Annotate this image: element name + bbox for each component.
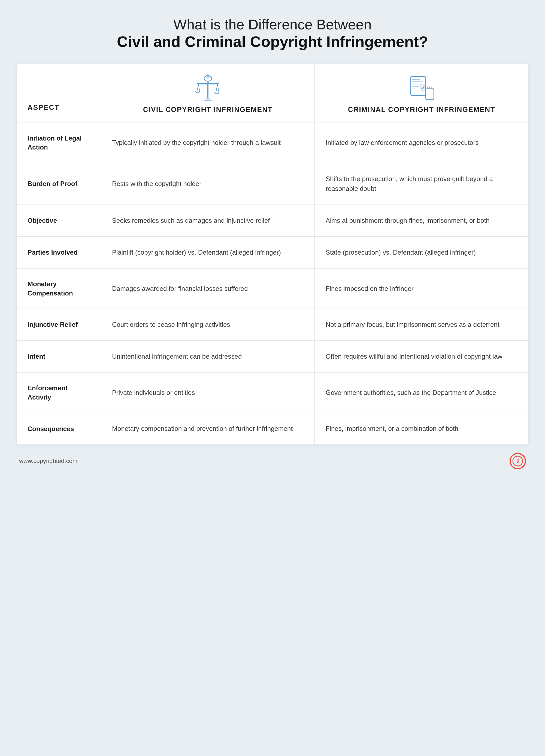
footer: www.copyrighted.com © <box>16 453 529 469</box>
table-header: ASPECT <box>17 64 528 123</box>
aspect-label-5: Injunctive Relief <box>28 320 78 329</box>
criminal-text-8: Fines, imprisonment, or a combination of… <box>326 424 458 434</box>
cell-criminal-7: Government authorities, such as the Depa… <box>315 373 528 413</box>
cell-aspect-0: Initiation of Legal Action <box>17 123 101 163</box>
svg-rect-12 <box>412 79 420 80</box>
svg-rect-15 <box>412 86 419 87</box>
svg-rect-1 <box>203 100 212 101</box>
aspect-label-3: Parties Involved <box>28 248 78 257</box>
aspect-label-0: Initiation of Legal Action <box>28 134 93 152</box>
cell-aspect-1: Burden of Proof <box>17 163 101 205</box>
civil-text-5: Court orders to cease infringing activit… <box>112 320 230 330</box>
criminal-text-3: State (prosecution) vs. Defendant (alleg… <box>326 248 476 257</box>
svg-rect-2 <box>207 83 208 99</box>
cell-civil-0: Typically initiated by the copyright hol… <box>101 123 315 163</box>
criminal-text-0: Initiated by law enforcement agencies or… <box>326 138 479 148</box>
table-row: Monetary Compensation Damages awarded fo… <box>17 269 528 309</box>
svg-rect-13 <box>412 81 423 82</box>
svg-line-8 <box>217 84 219 92</box>
footer-url: www.copyrighted.com <box>19 458 77 465</box>
svg-line-5 <box>197 84 198 92</box>
svg-point-10 <box>207 76 209 78</box>
civil-icon <box>191 72 224 105</box>
cell-criminal-0: Initiated by law enforcement agencies or… <box>315 123 528 163</box>
svg-text:©: © <box>516 458 519 464</box>
civil-text-4: Damages awarded for financial losses suf… <box>112 284 248 294</box>
header-aspect-cell: ASPECT <box>17 64 101 123</box>
svg-line-7 <box>216 84 217 92</box>
cell-aspect-7: Enforcement Activity <box>17 373 101 413</box>
cell-civil-4: Damages awarded for financial losses suf… <box>101 269 315 309</box>
footer-logo: © <box>510 453 526 469</box>
aspect-header-label: ASPECT <box>28 103 59 112</box>
table-row: Burden of Proof Rests with the copyright… <box>17 163 528 205</box>
civil-text-8: Monetary compensation and prevention of … <box>112 424 293 434</box>
civil-header-label: CIVIL COPYRIGHT INFRINGEMENT <box>143 105 272 114</box>
criminal-header-label: CRIMINAL COPYRIGHT INFRINGEMENT <box>348 105 495 114</box>
cell-aspect-6: Intent <box>17 341 101 372</box>
svg-line-6 <box>198 84 200 92</box>
title-line1: What is the Difference Between <box>16 16 529 33</box>
criminal-text-5: Not a primary focus, but imprisonment se… <box>326 320 500 330</box>
table-row: Enforcement Activity Private individuals… <box>17 373 528 413</box>
civil-text-0: Typically initiated by the copyright hol… <box>112 138 281 148</box>
civil-text-6: Unintentional infringement can be addres… <box>112 352 242 361</box>
criminal-text-4: Fines imposed on the infringer <box>326 284 414 294</box>
table-row: Parties Involved Plaintiff (copyright ho… <box>17 237 528 269</box>
aspect-label-2: Objective <box>28 216 57 225</box>
cell-civil-2: Seeks remedies such as damages and injun… <box>101 205 315 236</box>
cell-aspect-3: Parties Involved <box>17 237 101 268</box>
aspect-label-1: Burden of Proof <box>28 179 77 188</box>
table-row: Intent Unintentional infringement can be… <box>17 341 528 373</box>
cell-civil-7: Private individuals or entities <box>101 373 315 413</box>
criminal-text-7: Government authorities, such as the Depa… <box>326 388 496 398</box>
table-row: Injunctive Relief Court orders to cease … <box>17 309 528 341</box>
civil-text-7: Private individuals or entities <box>112 388 195 398</box>
cell-aspect-5: Injunctive Relief <box>17 309 101 340</box>
civil-text-1: Rests with the copyright holder <box>112 179 201 189</box>
aspect-label-8: Consequences <box>28 424 74 434</box>
cell-aspect-4: Monetary Compensation <box>17 269 101 309</box>
header-criminal-cell: CRIMINAL COPYRIGHT INFRINGEMENT <box>315 64 528 123</box>
civil-text-3: Plaintiff (copyright holder) vs. Defenda… <box>112 248 281 257</box>
cell-aspect-2: Objective <box>17 205 101 236</box>
page-title: What is the Difference Between Civil and… <box>16 16 529 50</box>
criminal-icon <box>405 72 438 105</box>
cell-civil-6: Unintentional infringement can be addres… <box>101 341 315 372</box>
comparison-table: ASPECT <box>16 64 529 445</box>
cell-civil-8: Monetary compensation and prevention of … <box>101 413 315 444</box>
aspect-label-4: Monetary Compensation <box>28 279 93 298</box>
cell-criminal-3: State (prosecution) vs. Defendant (alleg… <box>315 237 528 268</box>
cell-criminal-2: Aims at punishment through fines, impris… <box>315 205 528 236</box>
cell-aspect-8: Consequences <box>17 413 101 444</box>
title-line2: Civil and Criminal Copyright Infringemen… <box>16 33 529 50</box>
cell-civil-3: Plaintiff (copyright holder) vs. Defenda… <box>101 237 315 268</box>
cell-criminal-4: Fines imposed on the infringer <box>315 269 528 309</box>
criminal-text-6: Often requires willful and intentional v… <box>326 352 502 361</box>
cell-criminal-6: Often requires willful and intentional v… <box>315 341 528 372</box>
table-row: Initiation of Legal Action Typically ini… <box>17 123 528 163</box>
cell-criminal-5: Not a primary focus, but imprisonment se… <box>315 309 528 340</box>
table-row: Consequences Monetary compensation and p… <box>17 413 528 444</box>
header-civil-cell: CIVIL COPYRIGHT INFRINGEMENT <box>101 64 315 123</box>
cell-criminal-8: Fines, imprisonment, or a combination of… <box>315 413 528 444</box>
cell-civil-1: Rests with the copyright holder <box>101 163 315 205</box>
civil-text-2: Seeks remedies such as damages and injun… <box>112 216 270 225</box>
aspect-label-6: Intent <box>28 352 45 361</box>
aspect-label-7: Enforcement Activity <box>28 383 93 402</box>
criminal-text-2: Aims at punishment through fines, impris… <box>326 216 490 225</box>
cell-civil-5: Court orders to cease infringing activit… <box>101 309 315 340</box>
criminal-text-1: Shifts to the prosecution, which must pr… <box>326 174 517 194</box>
table-row: Objective Seeks remedies such as damages… <box>17 205 528 237</box>
cell-criminal-1: Shifts to the prosecution, which must pr… <box>315 163 528 205</box>
svg-rect-16 <box>426 89 434 100</box>
